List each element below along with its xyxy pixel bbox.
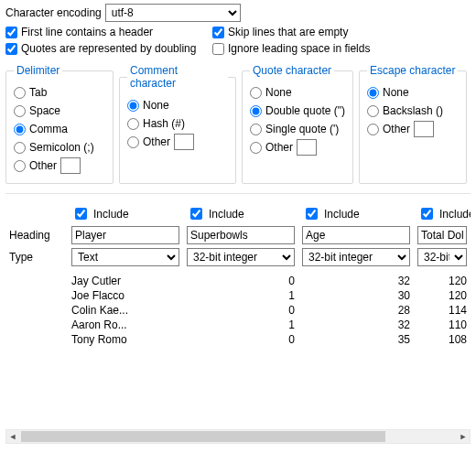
other-input[interactable] [174, 134, 194, 150]
cell: 120 [414, 274, 471, 288]
radio-input[interactable] [367, 105, 379, 117]
include-checkbox[interactable] [306, 208, 318, 220]
radio-input[interactable] [367, 124, 379, 135]
cell: 120 [414, 288, 471, 303]
radio-other[interactable]: Other [127, 134, 228, 150]
cell: 35 [298, 332, 414, 347]
radio-none[interactable]: None [367, 84, 459, 101]
radio-input[interactable] [127, 136, 139, 148]
option-groups: Delimiter TabSpaceCommaSemicolon (;)Othe… [5, 64, 471, 184]
table-row: Colin Kae...028114 [5, 303, 471, 318]
radio-double-quote-[interactable]: Double quote (") [250, 103, 345, 119]
heading-input[interactable] [302, 226, 410, 244]
radio-comma[interactable]: Comma [14, 121, 105, 137]
radio-other[interactable]: Other [250, 139, 345, 156]
radio-label: Space [29, 104, 60, 117]
radio-space[interactable]: Space [14, 103, 105, 119]
radio-input[interactable] [367, 87, 379, 99]
radio-tab[interactable]: Tab [14, 84, 105, 101]
type-select[interactable]: Text [71, 248, 179, 266]
radio-input[interactable] [250, 105, 262, 117]
radio-input[interactable] [127, 100, 139, 112]
cell: Jay Cutler [68, 274, 183, 288]
encoding-select[interactable]: utf-8 [105, 4, 241, 22]
chk-skip-empty-box[interactable] [212, 27, 224, 38]
include-checkbox[interactable] [421, 208, 433, 220]
heading-input[interactable] [417, 226, 467, 244]
radio-input[interactable] [14, 160, 26, 172]
cell: 108 [414, 332, 471, 347]
include-label: Include [324, 208, 360, 221]
cell: 32 [298, 318, 414, 332]
scroll-track[interactable] [21, 431, 455, 442]
radio-input[interactable] [250, 87, 262, 99]
radio-label: None [265, 86, 292, 99]
radio-label: Comma [29, 123, 68, 135]
radio-label: Other [265, 141, 293, 154]
radio-label: Other [29, 159, 57, 172]
radio-label: Hash (#) [143, 117, 185, 130]
scroll-right-icon[interactable]: ► [457, 432, 470, 441]
quote-legend: Quote character [250, 64, 334, 77]
radio-label: Semicolon (;) [29, 141, 94, 154]
include-label: Include [93, 208, 129, 221]
chk-ignore-leading[interactable]: Ignore leading space in fields [212, 42, 370, 55]
radio-input[interactable] [14, 87, 26, 99]
chk-skip-empty-label: Skip lines that are empty [228, 26, 348, 38]
chk-quotes-doubling[interactable]: Quotes are represented by doubling [5, 42, 198, 55]
horizontal-scrollbar[interactable]: ◄ ► [5, 429, 471, 444]
escape-group: Escape character NoneBackslash ()Other [359, 64, 467, 184]
cell: 114 [414, 303, 471, 318]
radio-label: Single quote (') [265, 123, 339, 135]
radio-hash-[interactable]: Hash (#) [127, 115, 228, 132]
comment-group: Comment character NoneHash (#)Other [119, 64, 236, 184]
radio-other[interactable]: Other [367, 121, 459, 137]
table-row: Jay Cutler032120 [5, 274, 471, 288]
preview: Include Include Include Include Heading … [5, 203, 471, 347]
other-input[interactable] [60, 157, 81, 174]
cell: 32 [298, 274, 414, 288]
include-label: Include [209, 208, 244, 221]
other-input[interactable] [297, 139, 317, 156]
cell: Aaron Ro... [68, 318, 183, 332]
scroll-left-icon[interactable]: ◄ [6, 432, 19, 441]
type-select[interactable]: 32-bit integer [417, 248, 467, 266]
radio-input[interactable] [127, 118, 139, 130]
radio-input[interactable] [250, 142, 262, 154]
radio-single-quote-[interactable]: Single quote (') [250, 121, 345, 137]
chk-skip-empty[interactable]: Skip lines that are empty [212, 26, 348, 38]
radio-label: None [383, 86, 409, 99]
cell: Colin Kae... [68, 303, 183, 318]
chk-first-line-header[interactable]: First line contains a header [5, 26, 198, 38]
divider [5, 193, 471, 194]
radio-backslash-[interactable]: Backslash () [367, 103, 459, 119]
cell: 1 [183, 288, 298, 303]
radio-input[interactable] [14, 124, 26, 135]
radio-input[interactable] [14, 142, 26, 154]
radio-semicolon-[interactable]: Semicolon (;) [14, 139, 105, 156]
include-checkbox[interactable] [75, 208, 87, 220]
comment-legend: Comment character [127, 64, 228, 90]
type-select[interactable]: 32-bit integer [187, 248, 295, 266]
heading-input[interactable] [71, 226, 179, 244]
scroll-thumb[interactable] [21, 431, 385, 442]
include-checkbox[interactable] [190, 208, 202, 220]
quote-group: Quote character NoneDouble quote (")Sing… [242, 64, 353, 184]
table-row: Joe Flacco130120 [5, 288, 471, 303]
radio-other[interactable]: Other [14, 157, 105, 174]
chk-first-line-header-label: First line contains a header [21, 26, 153, 38]
cell: 30 [298, 288, 414, 303]
type-select[interactable]: 32-bit integer [302, 248, 410, 266]
other-input[interactable] [414, 121, 434, 137]
radio-input[interactable] [14, 105, 26, 117]
chk-ignore-leading-box[interactable] [212, 43, 224, 55]
radio-input[interactable] [250, 124, 262, 135]
chk-quotes-doubling-box[interactable] [5, 43, 17, 55]
heading-input[interactable] [187, 226, 295, 244]
include-row-label [5, 203, 68, 224]
chk-first-line-header-box[interactable] [5, 27, 17, 38]
radio-none[interactable]: None [250, 84, 345, 101]
radio-none[interactable]: None [127, 97, 228, 113]
cell: 0 [183, 274, 298, 288]
cell: Tony Romo [68, 332, 183, 347]
